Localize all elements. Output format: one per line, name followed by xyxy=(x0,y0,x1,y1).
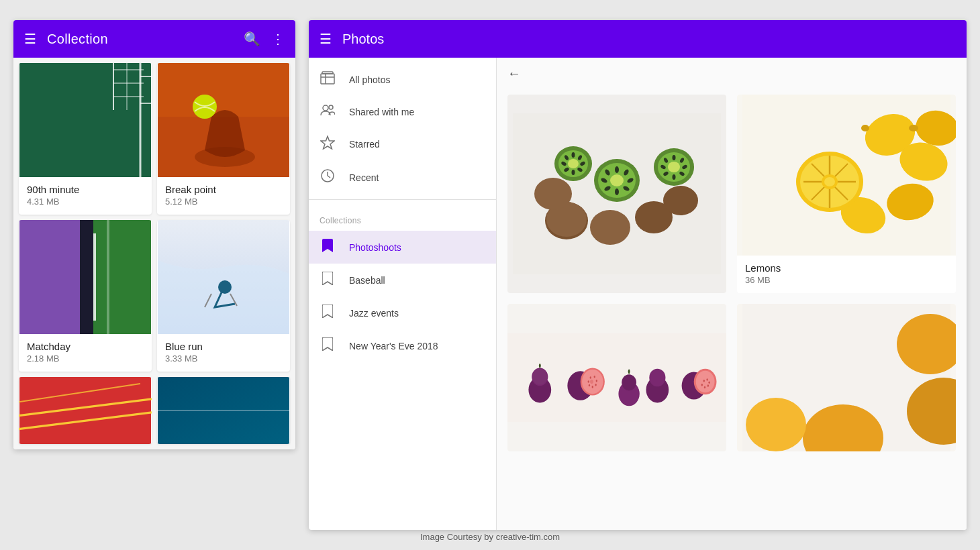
svg-point-121 xyxy=(704,386,705,389)
sidebar-item-all-photos[interactable]: All photos xyxy=(309,63,496,96)
collection-card-soccer[interactable]: 90th minute 4.31 MB xyxy=(19,63,152,215)
card-info-soccer: 90th minute 4.31 MB xyxy=(19,177,152,215)
svg-point-119 xyxy=(708,381,709,384)
footer-text: Image Courtesy by creative-tim.com xyxy=(420,532,560,542)
svg-point-116 xyxy=(696,371,715,393)
photo-image-lemons xyxy=(737,95,956,256)
photo-size-lemons: 36 MB xyxy=(745,275,948,285)
card-size-tennis: 5.12 MB xyxy=(165,197,282,207)
svg-rect-23 xyxy=(19,377,151,444)
photo-card-figs[interactable] xyxy=(507,304,726,451)
photos-app: ☰ Photos All photos xyxy=(309,20,967,530)
svg-point-118 xyxy=(706,378,707,381)
collection-card-tennis[interactable]: Break point 5.12 MB xyxy=(157,63,290,215)
photos-grid: Kiwis 67.7 MB xyxy=(497,89,967,462)
svg-point-102 xyxy=(590,376,591,379)
svg-point-72 xyxy=(572,152,575,158)
footer: Image Courtesy by creative-tim.com xyxy=(420,532,560,542)
photoshoots-label: Photoshoots xyxy=(349,242,401,253)
collection-card-teal[interactable] xyxy=(157,377,290,444)
all-photos-label: All photos xyxy=(349,74,390,85)
photo-image-kiwis xyxy=(507,95,726,293)
jazz-label: Jazz events xyxy=(349,308,399,319)
sidebar-item-starred[interactable]: Starred xyxy=(309,127,496,161)
sidebar-collection-newyears[interactable]: New Year's Eve 2018 xyxy=(309,329,496,362)
sidebar-collection-jazz[interactable]: Jazz events xyxy=(309,296,496,329)
collection-header-right: 🔍 ⋮ xyxy=(244,31,285,47)
kiwis-svg xyxy=(507,113,726,274)
sidebar-divider xyxy=(309,199,496,200)
svg-point-109 xyxy=(590,380,593,384)
card-image-red xyxy=(19,377,152,444)
svg-marker-35 xyxy=(321,136,334,149)
newyears-label: New Year's Eve 2018 xyxy=(349,341,438,351)
photo-info-lemons: Lemons 36 MB xyxy=(737,256,956,293)
card-info-matchday: Matchday 2.18 MB xyxy=(19,334,152,372)
starred-label: Starred xyxy=(349,139,380,150)
collection-header-left: ☰ Collection xyxy=(24,31,108,47)
svg-rect-29 xyxy=(321,74,334,84)
svg-point-42 xyxy=(590,210,630,245)
back-arrow[interactable]: ← xyxy=(507,66,521,81)
svg-rect-1 xyxy=(19,63,151,177)
all-photos-icon xyxy=(320,71,336,88)
photos-title: Photos xyxy=(342,32,384,47)
svg-rect-17 xyxy=(93,233,96,321)
search-icon[interactable]: 🔍 xyxy=(244,31,260,47)
card-title-soccer: 90th minute xyxy=(27,184,144,195)
tennis-image xyxy=(157,63,290,177)
recent-icon xyxy=(320,169,336,186)
sidebar-collection-baseball[interactable]: Baseball xyxy=(309,264,496,296)
recent-label: Recent xyxy=(349,172,379,183)
svg-point-120 xyxy=(707,384,709,387)
photo-card-partial[interactable] xyxy=(737,304,956,451)
photos-main-header: ← xyxy=(497,58,967,89)
photos-body: All photos Shared with me xyxy=(309,58,967,530)
partial-svg xyxy=(737,304,956,451)
card-info-bluerun: Blue run 3.33 MB xyxy=(157,334,290,372)
card-image-tennis xyxy=(157,63,290,177)
photos-header: ☰ Photos xyxy=(309,20,967,58)
svg-point-34 xyxy=(329,105,333,109)
page-wrapper: ☰ Collection 🔍 ⋮ xyxy=(0,0,980,550)
photos-main: ← xyxy=(497,58,967,530)
svg-point-45 xyxy=(663,186,698,215)
svg-point-117 xyxy=(703,380,705,382)
baseball-label: Baseball xyxy=(349,275,385,286)
svg-point-111 xyxy=(622,374,636,390)
bluerun-image xyxy=(157,220,290,334)
photoshoots-bookmark-icon xyxy=(320,239,336,256)
collection-header: ☰ Collection 🔍 ⋮ xyxy=(13,20,295,58)
photo-card-lemons[interactable]: Lemons 36 MB xyxy=(737,95,956,293)
svg-point-33 xyxy=(323,105,328,111)
shared-icon xyxy=(320,104,336,119)
svg-point-50 xyxy=(615,166,619,173)
collection-grid: 90th minute 4.31 MB xyxy=(13,58,295,449)
baseball-bookmark-icon xyxy=(320,272,336,288)
card-title-bluerun: Blue run xyxy=(165,341,282,352)
card-size-matchday: 2.18 MB xyxy=(27,353,144,364)
svg-point-76 xyxy=(572,170,575,175)
sidebar-item-shared[interactable]: Shared with me xyxy=(309,96,496,127)
card-image-teal xyxy=(157,377,290,444)
more-icon[interactable]: ⋮ xyxy=(271,31,285,47)
svg-point-86 xyxy=(909,125,918,131)
jazz-bookmark-icon xyxy=(320,305,336,321)
photo-title-lemons: Lemons xyxy=(745,262,948,274)
svg-point-107 xyxy=(589,384,590,387)
collection-card-matchday[interactable]: Matchday 2.18 MB xyxy=(19,220,152,372)
starred-icon xyxy=(320,135,336,153)
svg-point-113 xyxy=(649,369,665,387)
collection-card-red[interactable] xyxy=(19,377,152,444)
collection-card-bluerun[interactable]: Blue run 3.33 MB xyxy=(157,220,290,372)
hamburger-icon[interactable]: ☰ xyxy=(24,31,36,47)
svg-rect-18 xyxy=(107,220,109,334)
photo-card-kiwis[interactable]: Kiwis 67.7 MB xyxy=(507,95,726,293)
sidebar-collection-photoshoots[interactable]: Photoshoots xyxy=(309,231,496,264)
collection-app: ☰ Collection 🔍 ⋮ xyxy=(13,20,295,449)
svg-rect-16 xyxy=(80,220,93,334)
svg-point-20 xyxy=(218,280,232,294)
photos-hamburger-icon[interactable]: ☰ xyxy=(320,31,332,47)
card-size-bluerun: 3.33 MB xyxy=(165,353,282,364)
sidebar-item-recent[interactable]: Recent xyxy=(309,161,496,194)
